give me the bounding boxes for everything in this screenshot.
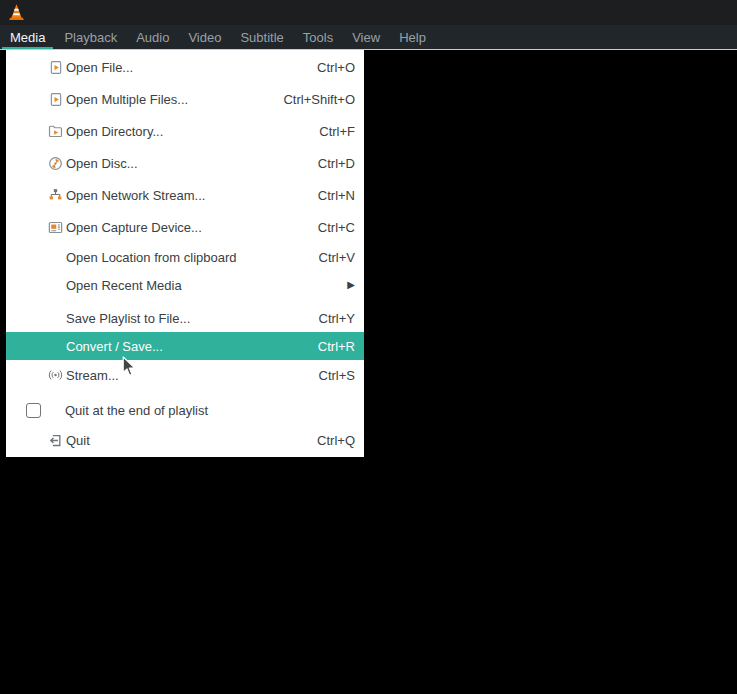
menu-item-quit-at-the-end-of-playlist[interactable]: Quit at the end of playlist — [6, 395, 364, 425]
menu-item-open-directory[interactable]: Open Directory...Ctrl+F — [6, 115, 364, 147]
menubar-item-video[interactable]: Video — [180, 25, 229, 49]
menu-item-label: Quit — [66, 433, 90, 448]
menu-item-open-disc[interactable]: Open Disc...Ctrl+D — [6, 147, 364, 179]
menu-item-label: Open Location from clipboard — [66, 250, 237, 265]
menubar-item-view[interactable]: View — [344, 25, 388, 49]
menubar-item-playback[interactable]: Playback — [56, 25, 125, 49]
menu-item-label: Quit at the end of playlist — [65, 403, 208, 418]
menu-item-label: Stream... — [66, 368, 119, 383]
menu-item-label: Open Capture Device... — [66, 220, 202, 235]
menu-item-label: Open Disc... — [66, 156, 138, 171]
menu-item-label: Open Recent Media — [66, 278, 182, 293]
menubar-item-help[interactable]: Help — [391, 25, 434, 49]
menu-item-label: Open Multiple Files... — [66, 92, 188, 107]
checkbox-quit-at-the-end-of-playlist[interactable] — [26, 403, 41, 418]
menu-item-shortcut: Ctrl+V — [319, 250, 355, 265]
disc-icon — [48, 156, 63, 171]
folder-play-icon — [48, 124, 63, 139]
file-play-icon — [48, 92, 63, 107]
titlebar — [0, 0, 737, 25]
capture-device-icon — [48, 220, 63, 235]
menu-item-label: Open Directory... — [66, 124, 163, 139]
menu-item-label: Convert / Save... — [66, 339, 163, 354]
menu-item-shortcut: Ctrl+N — [318, 188, 355, 203]
menu-item-shortcut: Ctrl+D — [318, 156, 355, 171]
menu-item-shortcut: Ctrl+S — [319, 368, 355, 383]
submenu-arrow-icon: ▶ — [347, 280, 355, 290]
file-play-icon — [48, 60, 63, 75]
menu-item-shortcut: Ctrl+Q — [317, 433, 355, 448]
menu-item-open-file[interactable]: Open File...Ctrl+O — [6, 51, 364, 83]
menu-item-shortcut: Ctrl+F — [319, 124, 355, 139]
vlc-cone-icon — [7, 3, 26, 22]
menu-item-save-playlist-to-file[interactable]: Save Playlist to File...Ctrl+Y — [6, 304, 364, 332]
menu-item-label: Save Playlist to File... — [66, 311, 190, 326]
menu-item-shortcut: Ctrl+C — [318, 220, 355, 235]
menubar-item-tools[interactable]: Tools — [295, 25, 341, 49]
menu-item-open-recent-media[interactable]: Open Recent Media▶ — [6, 271, 364, 299]
menubar-item-subtitle[interactable]: Subtitle — [232, 25, 291, 49]
menubar: MediaPlaybackAudioVideoSubtitleToolsView… — [0, 25, 737, 49]
menu-item-stream[interactable]: Stream...Ctrl+S — [6, 360, 364, 390]
menu-item-shortcut: Ctrl+O — [317, 60, 355, 75]
menu-item-open-capture-device[interactable]: Open Capture Device...Ctrl+C — [6, 211, 364, 243]
menu-item-shortcut: Ctrl+Shift+O — [283, 92, 355, 107]
icon-placeholder — [48, 311, 63, 326]
menu-item-open-network-stream[interactable]: Open Network Stream...Ctrl+N — [6, 179, 364, 211]
icon-placeholder — [48, 339, 63, 354]
stream-icon — [48, 368, 63, 383]
icon-placeholder — [48, 250, 63, 265]
menu-item-open-multiple-files[interactable]: Open Multiple Files...Ctrl+Shift+O — [6, 83, 364, 115]
menu-item-shortcut: Ctrl+R — [318, 339, 355, 354]
network-icon — [48, 188, 63, 203]
menu-item-open-location-from-clipboard[interactable]: Open Location from clipboardCtrl+V — [6, 243, 364, 271]
menubar-item-media[interactable]: Media — [2, 25, 53, 49]
menubar-item-audio[interactable]: Audio — [128, 25, 177, 49]
menu-item-label: Open Network Stream... — [66, 188, 205, 203]
menu-item-convert-save[interactable]: Convert / Save...Ctrl+R — [6, 332, 364, 360]
menu-item-label: Open File... — [66, 60, 133, 75]
icon-placeholder — [48, 278, 63, 293]
quit-icon — [48, 433, 63, 448]
media-menu: Open File...Ctrl+OOpen Multiple Files...… — [6, 50, 364, 457]
menu-item-quit[interactable]: QuitCtrl+Q — [6, 425, 364, 455]
menu-item-shortcut: Ctrl+Y — [319, 311, 355, 326]
